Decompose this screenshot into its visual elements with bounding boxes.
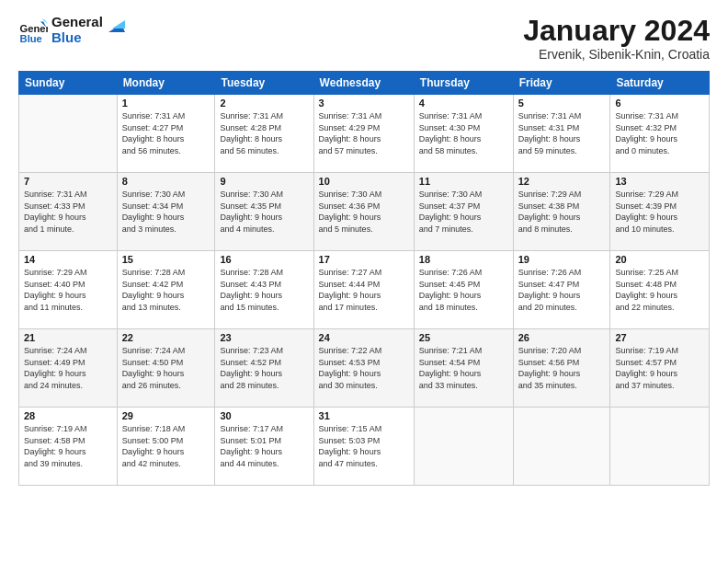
calendar-cell: 15Sunrise: 7:28 AM Sunset: 4:42 PM Dayli… [117, 251, 215, 329]
day-info: Sunrise: 7:19 AM Sunset: 4:57 PM Dayligh… [615, 345, 704, 391]
day-number: 24 [319, 332, 409, 343]
calendar-header-friday: Friday [513, 72, 610, 95]
calendar-header-saturday: Saturday [610, 72, 710, 95]
calendar-header-monday: Monday [117, 72, 215, 95]
day-info: Sunrise: 7:28 AM Sunset: 4:43 PM Dayligh… [220, 267, 308, 313]
calendar-cell: 19Sunrise: 7:26 AM Sunset: 4:47 PM Dayli… [513, 251, 610, 329]
calendar-week-row: 7Sunrise: 7:31 AM Sunset: 4:33 PM Daylig… [19, 173, 710, 251]
day-number: 27 [615, 332, 704, 343]
page: General Blue General Blue January 2024 E… [0, 0, 728, 563]
day-number: 12 [518, 176, 606, 187]
calendar-cell: 12Sunrise: 7:29 AM Sunset: 4:38 PM Dayli… [513, 173, 610, 251]
day-info: Sunrise: 7:29 AM Sunset: 4:40 PM Dayligh… [24, 267, 112, 313]
logo-general: General [51, 15, 103, 30]
calendar-table: SundayMondayTuesdayWednesdayThursdayFrid… [18, 71, 710, 486]
month-title: January 2024 [523, 15, 710, 47]
calendar-cell: 26Sunrise: 7:20 AM Sunset: 4:56 PM Dayli… [513, 329, 610, 408]
day-info: Sunrise: 7:30 AM Sunset: 4:37 PM Dayligh… [419, 189, 508, 235]
day-info: Sunrise: 7:20 AM Sunset: 4:56 PM Dayligh… [518, 345, 606, 391]
day-info: Sunrise: 7:31 AM Sunset: 4:30 PM Dayligh… [419, 110, 508, 156]
day-number: 7 [24, 176, 112, 187]
day-number: 17 [319, 254, 409, 265]
calendar-week-row: 1Sunrise: 7:31 AM Sunset: 4:27 PM Daylig… [19, 95, 710, 173]
calendar-cell: 31Sunrise: 7:15 AM Sunset: 5:03 PM Dayli… [313, 408, 414, 486]
calendar-cell: 16Sunrise: 7:28 AM Sunset: 4:43 PM Dayli… [215, 251, 313, 329]
day-number: 8 [122, 176, 210, 187]
day-info: Sunrise: 7:29 AM Sunset: 4:38 PM Dayligh… [518, 189, 606, 235]
calendar-cell [610, 408, 710, 486]
day-number: 14 [24, 254, 112, 265]
calendar-cell: 22Sunrise: 7:24 AM Sunset: 4:50 PM Dayli… [117, 329, 215, 408]
day-number: 20 [615, 254, 704, 265]
calendar-cell: 24Sunrise: 7:22 AM Sunset: 4:53 PM Dayli… [313, 329, 414, 408]
day-info: Sunrise: 7:15 AM Sunset: 5:03 PM Dayligh… [319, 423, 409, 469]
day-number: 30 [220, 410, 308, 421]
header: General Blue General Blue January 2024 E… [18, 15, 710, 62]
day-number: 25 [419, 332, 508, 343]
day-number: 1 [122, 98, 210, 109]
calendar-cell: 30Sunrise: 7:17 AM Sunset: 5:01 PM Dayli… [215, 408, 313, 486]
calendar-cell: 1Sunrise: 7:31 AM Sunset: 4:27 PM Daylig… [117, 95, 215, 173]
day-info: Sunrise: 7:31 AM Sunset: 4:31 PM Dayligh… [518, 110, 606, 156]
day-info: Sunrise: 7:24 AM Sunset: 4:49 PM Dayligh… [24, 345, 112, 391]
calendar-cell: 14Sunrise: 7:29 AM Sunset: 4:40 PM Dayli… [19, 251, 118, 329]
calendar-header-row: SundayMondayTuesdayWednesdayThursdayFrid… [19, 72, 710, 95]
calendar-cell: 25Sunrise: 7:21 AM Sunset: 4:54 PM Dayli… [414, 329, 513, 408]
day-info: Sunrise: 7:31 AM Sunset: 4:33 PM Dayligh… [24, 189, 112, 235]
calendar-cell: 17Sunrise: 7:27 AM Sunset: 4:44 PM Dayli… [313, 251, 414, 329]
day-info: Sunrise: 7:31 AM Sunset: 4:28 PM Dayligh… [220, 110, 308, 156]
day-info: Sunrise: 7:31 AM Sunset: 4:29 PM Dayligh… [319, 110, 409, 156]
day-number: 19 [518, 254, 606, 265]
calendar-cell: 6Sunrise: 7:31 AM Sunset: 4:32 PM Daylig… [610, 95, 710, 173]
day-info: Sunrise: 7:19 AM Sunset: 4:58 PM Dayligh… [24, 423, 112, 469]
calendar-week-row: 28Sunrise: 7:19 AM Sunset: 4:58 PM Dayli… [19, 408, 710, 486]
calendar-cell: 28Sunrise: 7:19 AM Sunset: 4:58 PM Dayli… [19, 408, 118, 486]
day-number: 18 [419, 254, 508, 265]
calendar-cell: 27Sunrise: 7:19 AM Sunset: 4:57 PM Dayli… [610, 329, 710, 408]
day-number: 6 [615, 98, 704, 109]
calendar-cell: 5Sunrise: 7:31 AM Sunset: 4:31 PM Daylig… [513, 95, 610, 173]
day-info: Sunrise: 7:26 AM Sunset: 4:47 PM Dayligh… [518, 267, 606, 313]
calendar-cell: 13Sunrise: 7:29 AM Sunset: 4:39 PM Dayli… [610, 173, 710, 251]
day-number: 10 [319, 176, 409, 187]
day-info: Sunrise: 7:24 AM Sunset: 4:50 PM Dayligh… [122, 345, 210, 391]
day-number: 3 [319, 98, 409, 109]
day-info: Sunrise: 7:30 AM Sunset: 4:34 PM Dayligh… [122, 189, 210, 235]
day-info: Sunrise: 7:17 AM Sunset: 5:01 PM Dayligh… [220, 423, 308, 469]
day-info: Sunrise: 7:31 AM Sunset: 4:32 PM Dayligh… [615, 110, 704, 156]
day-number: 11 [419, 176, 508, 187]
day-number: 29 [122, 410, 210, 421]
calendar-header-tuesday: Tuesday [215, 72, 313, 95]
svg-marker-5 [112, 20, 125, 29]
calendar-cell [414, 408, 513, 486]
calendar-cell [513, 408, 610, 486]
day-number: 5 [518, 98, 606, 109]
calendar-header-wednesday: Wednesday [313, 72, 414, 95]
location: Ervenik, Sibenik-Knin, Croatia [523, 47, 710, 62]
day-info: Sunrise: 7:23 AM Sunset: 4:52 PM Dayligh… [220, 345, 308, 391]
calendar-cell: 21Sunrise: 7:24 AM Sunset: 4:49 PM Dayli… [19, 329, 118, 408]
day-number: 4 [419, 98, 508, 109]
calendar-cell: 8Sunrise: 7:30 AM Sunset: 4:34 PM Daylig… [117, 173, 215, 251]
calendar-cell: 18Sunrise: 7:26 AM Sunset: 4:45 PM Dayli… [414, 251, 513, 329]
calendar-cell: 4Sunrise: 7:31 AM Sunset: 4:30 PM Daylig… [414, 95, 513, 173]
calendar-cell: 29Sunrise: 7:18 AM Sunset: 5:00 PM Dayli… [117, 408, 215, 486]
day-info: Sunrise: 7:28 AM Sunset: 4:42 PM Dayligh… [122, 267, 210, 313]
day-number: 22 [122, 332, 210, 343]
day-info: Sunrise: 7:21 AM Sunset: 4:54 PM Dayligh… [419, 345, 508, 391]
calendar-week-row: 21Sunrise: 7:24 AM Sunset: 4:49 PM Dayli… [19, 329, 710, 408]
day-info: Sunrise: 7:31 AM Sunset: 4:27 PM Dayligh… [122, 110, 210, 156]
day-number: 13 [615, 176, 704, 187]
day-info: Sunrise: 7:25 AM Sunset: 4:48 PM Dayligh… [615, 267, 704, 313]
calendar-cell: 10Sunrise: 7:30 AM Sunset: 4:36 PM Dayli… [313, 173, 414, 251]
day-number: 2 [220, 98, 308, 109]
day-number: 23 [220, 332, 308, 343]
day-info: Sunrise: 7:26 AM Sunset: 4:45 PM Dayligh… [419, 267, 508, 313]
day-number: 21 [24, 332, 112, 343]
calendar-cell: 23Sunrise: 7:23 AM Sunset: 4:52 PM Dayli… [215, 329, 313, 408]
logo: General Blue General Blue [18, 15, 125, 45]
calendar-cell: 2Sunrise: 7:31 AM Sunset: 4:28 PM Daylig… [215, 95, 313, 173]
day-number: 26 [518, 332, 606, 343]
day-info: Sunrise: 7:27 AM Sunset: 4:44 PM Dayligh… [319, 267, 409, 313]
calendar-cell: 11Sunrise: 7:30 AM Sunset: 4:37 PM Dayli… [414, 173, 513, 251]
